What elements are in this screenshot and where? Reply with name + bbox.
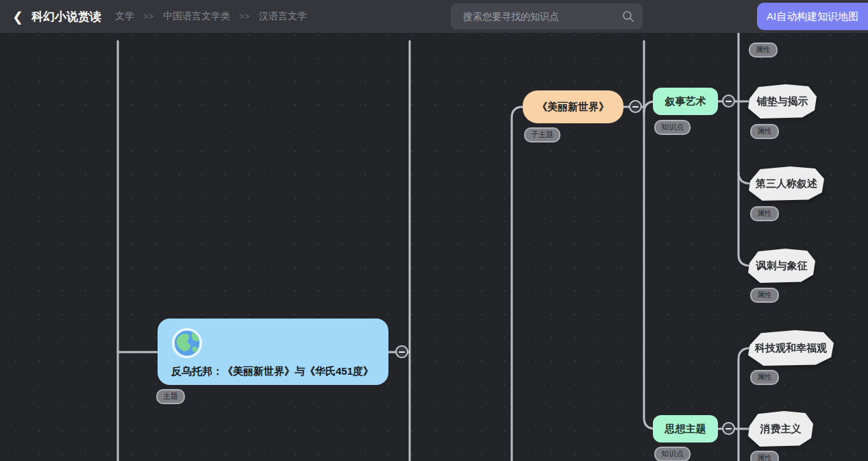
knowledge-badge: 知识点	[654, 120, 691, 135]
attribute-node-satire-symbolism[interactable]: 讽刺与象征	[748, 249, 815, 283]
attribute-label: 讽刺与象征	[748, 249, 815, 283]
breadcrumb: 文学 >> 中国语言文学类 >> 汉语言文学	[115, 10, 307, 23]
search-icon	[622, 10, 634, 23]
minus-icon	[726, 428, 732, 429]
collapse-button-narrative-art[interactable]	[722, 95, 735, 108]
globe-icon	[171, 327, 203, 359]
attribute-badge: 属性	[750, 370, 779, 385]
knowledge-node-themes[interactable]: 思想主题	[653, 415, 718, 443]
attribute-node-technology-happiness[interactable]: 科技观和幸福观	[748, 330, 834, 366]
breadcrumb-item-2[interactable]: 中国语言文学类	[163, 10, 230, 23]
breadcrumb-item-3[interactable]: 汉语言文学	[259, 10, 307, 23]
attribute-node-consumerism[interactable]: 消费主义	[748, 411, 813, 447]
search-input[interactable]	[451, 3, 643, 29]
attribute-label: 铺垫与揭示	[748, 84, 817, 119]
collapse-button-themes[interactable]	[722, 422, 735, 435]
breadcrumb-item-1[interactable]: 文学	[115, 10, 134, 23]
root-badge: 主题	[156, 389, 185, 404]
attribute-node-third-person[interactable]: 第三人称叙述	[749, 166, 824, 201]
offscreen-attribute-badge: 属性	[749, 42, 778, 58]
search-box	[451, 3, 643, 29]
top-navbar: ❮ 科幻小说赏读 文学 >> 中国语言文学类 >> 汉语言文学 AI自动构建知识…	[0, 0, 868, 33]
attribute-label: 科技观和幸福观	[748, 330, 834, 366]
attribute-label: 第三人称叙述	[749, 166, 824, 201]
breadcrumb-separator: >>	[239, 12, 250, 21]
attribute-node-foreshadowing[interactable]: 铺垫与揭示	[748, 84, 817, 119]
attribute-badge: 属性	[750, 124, 779, 139]
attribute-label: 消费主义	[748, 411, 813, 447]
link-lines	[0, 33, 868, 461]
collapse-button-root[interactable]	[395, 345, 408, 358]
root-topic-label: 反乌托邦：《美丽新世界》与《华氏451度》	[171, 365, 375, 378]
minus-icon	[399, 351, 405, 353]
attribute-badge: 属性	[750, 451, 779, 461]
breadcrumb-separator: >>	[143, 12, 154, 21]
ai-build-map-button[interactable]: AI自动构建知识地图	[757, 3, 868, 30]
root-topic-node[interactable]: 反乌托邦：《美丽新世界》与《华氏451度》	[158, 319, 388, 385]
knowledge-node-narrative-art[interactable]: 叙事艺术	[653, 88, 718, 115]
attribute-badge: 属性	[750, 288, 779, 303]
collapse-button-subtopic[interactable]	[629, 100, 642, 113]
knowledge-badge: 知识点	[654, 447, 691, 461]
subtopic-badge: 子主题	[524, 127, 560, 142]
minus-icon	[632, 106, 638, 108]
minus-icon	[726, 101, 732, 102]
mindmap-canvas[interactable]: 反乌托邦：《美丽新世界》与《华氏451度》 主题 《美丽新世界》 子主题 叙事艺…	[0, 33, 868, 461]
page-title: 科幻小说赏读	[32, 9, 101, 25]
attribute-badge: 属性	[750, 206, 779, 221]
subtopic-node[interactable]: 《美丽新世界》	[523, 90, 623, 123]
back-icon[interactable]: ❮	[12, 10, 23, 23]
